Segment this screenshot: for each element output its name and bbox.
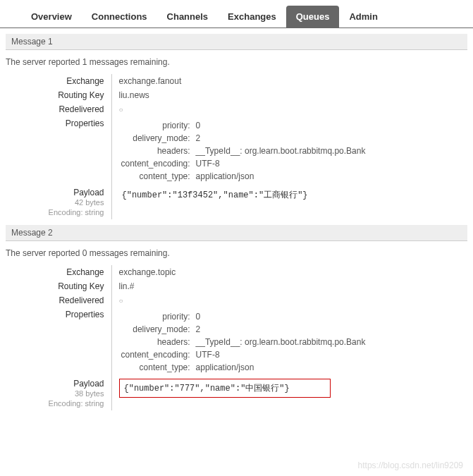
tab-exchanges[interactable]: Exchanges bbox=[218, 6, 286, 28]
value-headers: __TypeId__: org.learn.boot.rabbitmq.po.B… bbox=[195, 336, 367, 348]
value-delivery-mode: 2 bbox=[195, 324, 367, 335]
redelivered-icon: ○ bbox=[119, 106, 123, 114]
message-header: Message 2 bbox=[6, 225, 467, 241]
main-tabs: Overview Connections Channels Exchanges … bbox=[0, 6, 473, 28]
value-headers: __TypeId__: org.learn.boot.rabbitmq.po.B… bbox=[195, 145, 367, 157]
label-payload: Payload bbox=[73, 188, 104, 197]
message-table: Exchange exchange.fanout Routing Key liu… bbox=[6, 74, 367, 219]
value-delivery-mode: 2 bbox=[195, 133, 367, 144]
value-routing-key: liu.news bbox=[111, 88, 367, 102]
payload-size: 38 bytes bbox=[75, 389, 104, 398]
payload-encoding: Encoding: string bbox=[49, 399, 104, 408]
value-content-encoding: UTF-8 bbox=[195, 349, 367, 360]
payload-body: {"number":"13f3452","name":"工商银行"} bbox=[119, 188, 368, 202]
payload-body: {"number":"777","name":"中国银行"} bbox=[119, 379, 331, 398]
value-content-encoding: UTF-8 bbox=[195, 158, 367, 169]
properties-table: priority:0 delivery_mode:2 headers:__Typ… bbox=[119, 118, 368, 183]
message-table: Exchange exchange.topic Routing Key lin.… bbox=[6, 265, 367, 410]
value-priority: 0 bbox=[195, 120, 367, 131]
label-routing-key: Routing Key bbox=[6, 88, 111, 102]
value-content-type: application/json bbox=[195, 362, 367, 373]
value-content-type: application/json bbox=[195, 171, 367, 182]
label-routing-key: Routing Key bbox=[6, 279, 111, 293]
tab-connections[interactable]: Connections bbox=[82, 6, 157, 28]
payload-size: 42 bytes bbox=[75, 198, 104, 207]
label-properties: Properties bbox=[6, 116, 111, 185]
tab-channels[interactable]: Channels bbox=[157, 6, 219, 28]
remaining-text: The server reported 0 messages remaining… bbox=[6, 248, 467, 258]
label-redelivered: Redelivered bbox=[6, 293, 111, 307]
properties-table: priority:0 delivery_mode:2 headers:__Typ… bbox=[119, 310, 368, 374]
label-payload: Payload bbox=[73, 379, 104, 389]
label-exchange: Exchange bbox=[6, 265, 111, 279]
value-exchange: exchange.topic bbox=[111, 265, 367, 279]
redelivered-icon: ○ bbox=[119, 297, 123, 305]
tab-queues[interactable]: Queues bbox=[286, 6, 340, 28]
label-exchange: Exchange bbox=[6, 74, 111, 88]
value-priority: 0 bbox=[195, 311, 367, 322]
value-exchange: exchange.fanout bbox=[111, 74, 367, 88]
messages-content: Message 1 The server reported 1 messages… bbox=[0, 34, 473, 410]
tab-admin[interactable]: Admin bbox=[339, 6, 387, 28]
tab-overview[interactable]: Overview bbox=[21, 6, 82, 28]
label-properties: Properties bbox=[6, 307, 111, 377]
label-redelivered: Redelivered bbox=[6, 102, 111, 116]
payload-encoding: Encoding: string bbox=[49, 208, 104, 216]
message-header: Message 1 bbox=[6, 34, 467, 50]
value-routing-key: lin.# bbox=[111, 279, 367, 293]
remaining-text: The server reported 1 messages remaining… bbox=[6, 57, 467, 67]
